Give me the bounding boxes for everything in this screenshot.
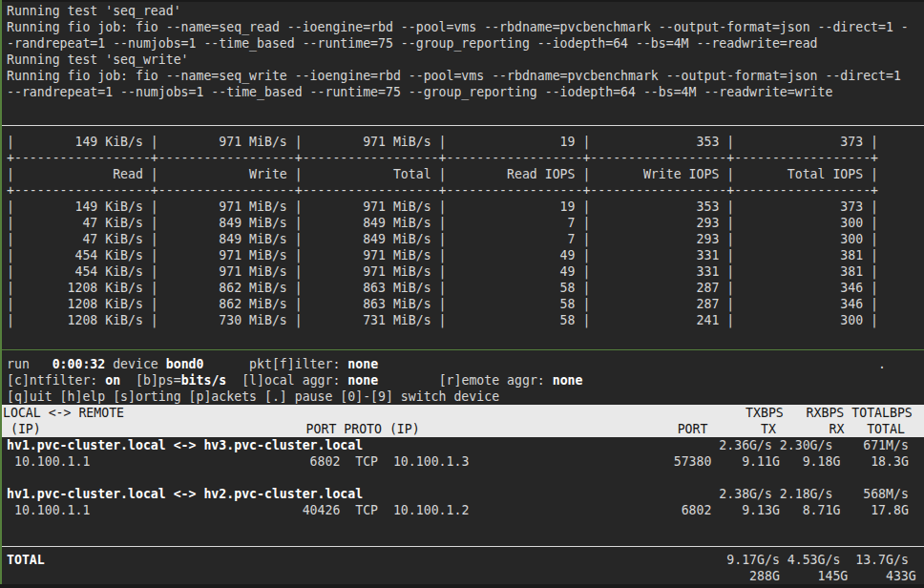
jnettop-status-line-2: [c]ntfilter: on [b]ps=bits/s [l]ocal agg… bbox=[7, 372, 924, 388]
jnettop-status-line-1: run 0:00:32 device bond0 pkt[f]ilter: no… bbox=[7, 356, 924, 372]
fio-log-line: -randrepeat=1 --numjobs=1 --time_based -… bbox=[7, 35, 924, 52]
top-edge-strip bbox=[0, 0, 924, 2]
jnettop-total-rates-line: TOTAL 9.17G/s 4.53G/s 13.7G/s bbox=[7, 552, 924, 568]
table-data-row: | 149 KiB/s | 971 MiB/s | 971 MiB/s | 19… bbox=[7, 199, 924, 215]
bottom-edge-strip bbox=[0, 584, 924, 588]
fio-log-line: Running test 'seq_write' bbox=[7, 52, 924, 68]
jnettop-header-line-2: (IP) PORT PROTO (IP) PORT TX RX TOTAL bbox=[0, 421, 924, 437]
total-divider bbox=[0, 546, 924, 547]
table-data-row: | 454 KiB/s | 971 MiB/s | 971 MiB/s | 49… bbox=[7, 263, 924, 280]
connection-detail-line: 10.100.1.1 40426 TCP 10.100.1.2 6802 9.1… bbox=[7, 502, 924, 518]
table-data-row: | 1208 KiB/s | 730 MiB/s | 731 MiB/s | 5… bbox=[7, 312, 924, 328]
table-data-row: | 454 KiB/s | 971 MiB/s | 971 MiB/s | 49… bbox=[7, 247, 924, 263]
table-data-row: | 1208 KiB/s | 862 MiB/s | 863 MiB/s | 5… bbox=[7, 296, 924, 312]
connection-detail-line: 10.100.1.1 6802 TCP 10.100.1.3 57380 9.1… bbox=[7, 453, 924, 470]
fio-log-pane: Running test 'seq_read' Running fio job:… bbox=[7, 3, 924, 100]
pane-divider bbox=[0, 125, 924, 126]
table-data-row: | 47 KiB/s | 849 MiB/s | 849 MiB/s | 7 |… bbox=[7, 231, 924, 247]
fio-log-line: Running test 'seq_read' bbox=[7, 3, 924, 19]
table-current-row: | 149 KiB/s | 971 MiB/s | 971 MiB/s | 19… bbox=[7, 134, 924, 150]
table-separator: +------------------+------------------+-… bbox=[7, 182, 924, 199]
table-separator: +------------------+------------------+-… bbox=[7, 150, 924, 166]
fio-log-line: --randrepeat=1 --numjobs=1 --time_based … bbox=[7, 84, 924, 100]
table-header-row: | Read | Write | Total | Read IOPS | Wri… bbox=[7, 166, 924, 182]
jnettop-total-block: TOTAL 9.17G/s 4.53G/s 13.7G/s bbox=[7, 552, 924, 584]
jnettop-pane: run 0:00:32 device bond0 pkt[f]ilter: no… bbox=[7, 356, 924, 518]
pane-divider-green bbox=[0, 349, 924, 350]
table-data-row: | 1208 KiB/s | 862 MiB/s | 863 MiB/s | 5… bbox=[7, 280, 924, 296]
fio-log-line: Running fio job: fio --name=seq_read --i… bbox=[7, 19, 924, 35]
jnettop-total-bytes-line: 288G 145G 433G bbox=[7, 568, 924, 584]
fio-results-table-pane: | 149 KiB/s | 971 MiB/s | 971 MiB/s | 19… bbox=[7, 134, 924, 328]
jnettop-header-line-1: LOCAL <-> REMOTE TXBPS RXBPS TOTALBPS bbox=[0, 405, 924, 421]
connection-host-line: hv1.pvc-cluster.local <-> hv3.pvc-cluste… bbox=[7, 437, 924, 453]
fio-log-line: Running fio job: fio --name=seq_write --… bbox=[7, 68, 924, 84]
blank-line bbox=[7, 470, 924, 486]
terminal-window[interactable]: Running test 'seq_read' Running fio job:… bbox=[0, 0, 924, 588]
connection-host-line: hv1.pvc-cluster.local <-> hv2.pvc-cluste… bbox=[7, 486, 924, 502]
jnettop-keys-line: [q]uit [h]elp [s]orting [p]ackets [.] pa… bbox=[7, 388, 924, 405]
left-pane-border bbox=[0, 0, 2, 584]
table-data-row: | 47 KiB/s | 849 MiB/s | 849 MiB/s | 7 |… bbox=[7, 215, 924, 231]
